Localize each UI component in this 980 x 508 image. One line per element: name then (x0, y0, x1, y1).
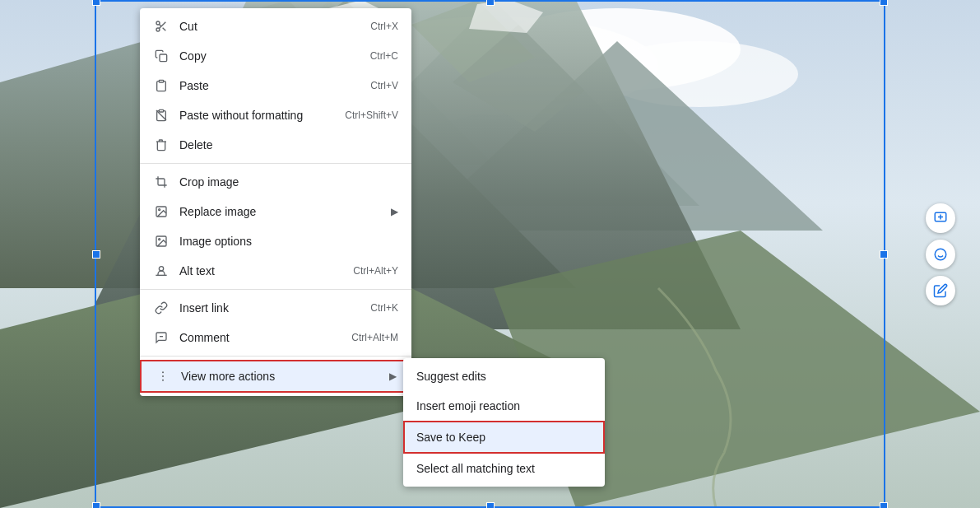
crop-icon (153, 174, 170, 190)
menu-item-alt-text-label: Alt text (179, 264, 353, 277)
svg-point-37 (162, 380, 164, 381)
svg-point-35 (162, 371, 164, 373)
menu-item-view-more-actions[interactable]: View more actions ▶ (140, 360, 411, 393)
menu-item-image-options[interactable]: Image options (140, 226, 411, 256)
alt-text-icon (153, 263, 170, 279)
svg-point-31 (159, 239, 160, 240)
menu-item-paste-without-formatting[interactable]: Paste without formatting Ctrl+Shift+V (140, 100, 411, 130)
comment-icon (153, 329, 170, 346)
paste-without-format-icon (153, 107, 170, 124)
svg-point-36 (162, 375, 164, 377)
sidebar-toolbar (926, 203, 955, 305)
insert-emoji-button[interactable] (926, 240, 955, 269)
menu-item-paste[interactable]: Paste Ctrl+V (140, 71, 411, 100)
svg-point-41 (935, 249, 946, 260)
link-icon (153, 300, 170, 316)
svg-line-23 (159, 24, 161, 26)
menu-item-view-more-actions-label: View more actions (181, 370, 383, 383)
image-options-icon (153, 233, 170, 249)
menu-item-paste-without-formatting-shortcut: Ctrl+Shift+V (345, 110, 398, 121)
menu-item-delete[interactable]: Delete (140, 130, 411, 160)
menu-item-cut-label: Cut (179, 20, 370, 33)
svg-point-32 (159, 267, 163, 271)
menu-item-copy-shortcut: Ctrl+C (370, 50, 398, 62)
svg-point-29 (159, 209, 160, 211)
submenu-item-save-to-keep[interactable]: Save to Keep (403, 421, 605, 454)
suggest-edits-button[interactable] (926, 276, 955, 305)
svg-rect-26 (159, 110, 163, 112)
submenu-item-suggest-edits[interactable]: Suggest edits (403, 361, 605, 391)
menu-item-insert-link-label: Insert link (179, 301, 370, 315)
delete-icon (153, 137, 170, 153)
menu-item-crop-image[interactable]: Crop image (140, 167, 411, 197)
menu-item-insert-link[interactable]: Insert link Ctrl+K (140, 293, 411, 323)
svg-rect-25 (159, 80, 163, 82)
view-more-actions-arrow: ▶ (389, 371, 397, 382)
submenu: Suggest edits Insert emoji reaction Save… (403, 358, 605, 487)
copy-icon (153, 48, 170, 64)
submenu-item-insert-emoji-reaction[interactable]: Insert emoji reaction (403, 391, 605, 421)
context-menu: Cut Ctrl+X Copy Ctrl+C Paste Ctrl+V (140, 8, 411, 396)
menu-item-copy-label: Copy (179, 49, 370, 63)
menu-item-replace-image-label: Replace image (179, 205, 384, 218)
submenu-item-insert-emoji-reaction-label: Insert emoji reaction (416, 399, 520, 412)
menu-divider-1 (140, 163, 411, 164)
menu-divider-2 (140, 289, 411, 290)
menu-item-comment-label: Comment (179, 331, 351, 344)
menu-item-paste-label: Paste (179, 79, 370, 92)
menu-item-delete-label: Delete (179, 138, 398, 151)
more-actions-icon (155, 368, 171, 384)
menu-item-image-options-label: Image options (179, 235, 398, 248)
replace-image-icon (153, 203, 170, 220)
menu-item-comment[interactable]: Comment Ctrl+Alt+M (140, 323, 411, 352)
paste-icon (153, 77, 170, 94)
menu-item-alt-text[interactable]: Alt text Ctrl+Alt+Y (140, 256, 411, 286)
replace-image-arrow: ▶ (391, 206, 398, 217)
menu-item-paste-without-formatting-label: Paste without formatting (179, 109, 345, 122)
svg-point-20 (156, 28, 160, 31)
menu-item-crop-image-label: Crop image (179, 175, 398, 189)
menu-item-cut[interactable]: Cut Ctrl+X (140, 12, 411, 41)
add-comment-button[interactable] (926, 203, 955, 233)
submenu-item-suggest-edits-label: Suggest edits (416, 370, 486, 383)
submenu-item-save-to-keep-label: Save to Keep (416, 431, 485, 444)
menu-divider-3 (140, 356, 411, 357)
svg-point-19 (156, 21, 160, 25)
submenu-item-select-all-matching-text-label: Select all matching text (416, 462, 535, 475)
menu-item-replace-image[interactable]: Replace image ▶ (140, 197, 411, 226)
menu-item-alt-text-shortcut: Ctrl+Alt+Y (353, 265, 398, 277)
menu-item-comment-shortcut: Ctrl+Alt+M (351, 332, 398, 343)
menu-item-copy[interactable]: Copy Ctrl+C (140, 41, 411, 71)
menu-item-cut-shortcut: Ctrl+X (370, 21, 398, 32)
menu-item-paste-shortcut: Ctrl+V (370, 80, 398, 91)
submenu-item-select-all-matching-text[interactable]: Select all matching text (403, 454, 605, 483)
scissors-icon (153, 18, 170, 35)
svg-rect-24 (160, 54, 167, 62)
svg-line-22 (163, 28, 166, 31)
menu-item-insert-link-shortcut: Ctrl+K (370, 302, 398, 314)
